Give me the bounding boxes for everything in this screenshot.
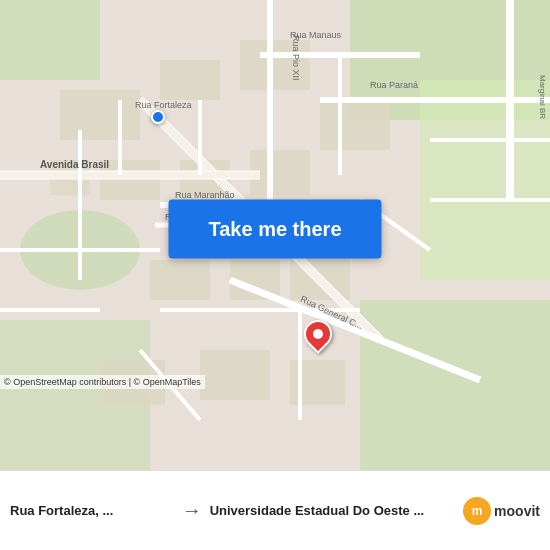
svg-rect-7 bbox=[60, 90, 140, 140]
svg-text:Rua Maranhão: Rua Maranhão bbox=[175, 190, 235, 200]
map-attribution: © OpenStreetMap contributors | © OpenMap… bbox=[0, 375, 205, 389]
destination-label: Universidade Estadual Do Oeste ... bbox=[210, 503, 455, 518]
take-me-there-button[interactable]: Take me there bbox=[168, 200, 381, 259]
svg-rect-1 bbox=[0, 0, 100, 80]
svg-rect-17 bbox=[200, 350, 270, 400]
svg-text:Rua Pio XII: Rua Pio XII bbox=[291, 35, 301, 81]
svg-rect-14 bbox=[150, 260, 210, 300]
origin-info: Rua Fortaleza, ... bbox=[10, 503, 174, 518]
arrow-icon: → bbox=[182, 499, 202, 522]
svg-rect-3 bbox=[420, 80, 550, 280]
svg-text:Rua Fortaleza: Rua Fortaleza bbox=[135, 100, 192, 110]
svg-text:Rua Paraná: Rua Paraná bbox=[370, 80, 418, 90]
svg-text:Avenida Brasil: Avenida Brasil bbox=[40, 159, 109, 170]
moovit-text: moovit bbox=[494, 503, 540, 519]
svg-text:Marginal BR: Marginal BR bbox=[538, 75, 547, 119]
svg-rect-5 bbox=[360, 300, 550, 470]
map-container: Rua Manaus Rua Paraná Rua Pio XII Avenid… bbox=[0, 0, 550, 470]
svg-rect-13 bbox=[320, 100, 390, 150]
destination-info: Universidade Estadual Do Oeste ... bbox=[210, 503, 455, 518]
moovit-logo: m moovit bbox=[463, 497, 540, 525]
bottom-bar: Rua Fortaleza, ... → Universidade Estadu… bbox=[0, 470, 550, 550]
destination-pin bbox=[304, 320, 332, 348]
start-marker bbox=[151, 110, 165, 124]
svg-rect-8 bbox=[160, 60, 220, 100]
moovit-icon: m bbox=[463, 497, 491, 525]
origin-label: Rua Fortaleza, ... bbox=[10, 503, 174, 518]
